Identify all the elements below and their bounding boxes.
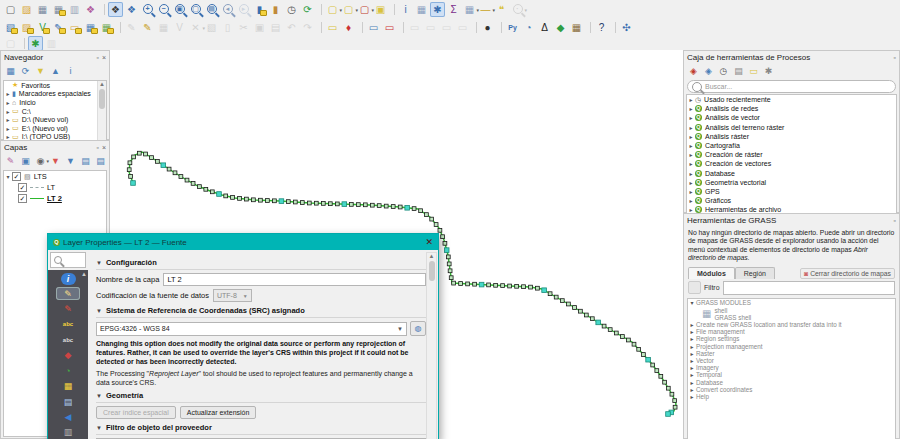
browser-item[interactable]: ★Favoritos — [4, 81, 106, 90]
vertex-marker[interactable] — [307, 201, 311, 205]
vertex-marker[interactable] — [508, 284, 512, 288]
dialog-close-icon[interactable]: ✕ — [425, 237, 433, 247]
vertex-marker[interactable] — [447, 262, 451, 266]
grass-module-group[interactable]: ▸Raster — [688, 350, 895, 357]
browser-item[interactable]: ▸▮Marcadores espaciales — [4, 90, 106, 99]
vertex-marker[interactable] — [321, 202, 325, 206]
geometry-checker-icon[interactable]: ◆ — [553, 20, 568, 35]
vertex-marker[interactable] — [430, 217, 434, 221]
vertex-marker[interactable] — [663, 380, 667, 384]
expand-arrow-icon[interactable]: ▸ — [688, 379, 696, 386]
tab-labels[interactable]: abc — [56, 318, 80, 331]
section-geometry[interactable]: ▼Geometría — [96, 391, 426, 403]
expand-arrow-icon[interactable]: ▸ — [688, 393, 696, 400]
expand-arrow-icon[interactable]: ▸ — [688, 350, 696, 357]
vertex-marker[interactable] — [259, 198, 263, 202]
new-project-icon[interactable]: ▢ — [3, 2, 18, 17]
plugin-head-gear-icon[interactable]: ◔ — [521, 20, 536, 35]
close-mapset-button[interactable]: ◙ Cerrar directorio de mapas — [800, 268, 895, 279]
vertex-marker-selected[interactable] — [161, 163, 166, 168]
dialog-tabs-scroll-up-icon[interactable]: ▲ — [81, 271, 87, 277]
processing-settings-icon[interactable]: ✱ — [762, 65, 775, 78]
expand-arrow-icon[interactable]: ▾ — [4, 173, 12, 180]
vertex-marker[interactable] — [370, 203, 374, 207]
expand-arrow-icon[interactable]: ▸ — [687, 197, 695, 204]
vertex-marker[interactable] — [515, 284, 519, 288]
expand-arrow-icon[interactable]: ▸ — [4, 99, 12, 106]
model-designer-icon[interactable]: ◈ — [687, 65, 700, 78]
tab-joins[interactable]: ◀ — [56, 410, 80, 423]
grass-filter-input[interactable] — [723, 281, 895, 295]
layer-row[interactable]: ✓LT — [4, 182, 106, 193]
expand-arrow-icon[interactable]: ▸ — [4, 125, 12, 132]
vertex-marker[interactable] — [651, 363, 655, 367]
expand-arrow-icon[interactable]: ▸ — [687, 124, 695, 131]
vertex-marker[interactable] — [632, 342, 636, 346]
crs-select[interactable]: EPSG:4326 - WGS 84▼ — [96, 322, 407, 336]
vertex-marker[interactable] — [286, 200, 290, 204]
pan-map-icon[interactable]: ❖ — [108, 2, 123, 17]
vertex-marker[interactable] — [384, 204, 388, 208]
vertex-marker[interactable] — [536, 286, 540, 290]
layer-diagram-icon[interactable]: ♦ — [341, 20, 356, 35]
layer-name-input[interactable] — [163, 273, 426, 286]
browser-item[interactable]: ▸▭D:\ (Nuevo vol) — [4, 115, 106, 124]
processing-group[interactable]: ▸QGráficos — [687, 196, 896, 205]
vertex-marker[interactable] — [144, 152, 148, 156]
vertex-marker[interactable] — [666, 386, 670, 390]
vertex-marker[interactable] — [590, 317, 594, 321]
add-line-tool-icon[interactable]: ✎ — [51, 20, 66, 35]
vertex-marker-selected[interactable] — [444, 248, 449, 253]
zoom-last-icon[interactable]: ◂ — [220, 2, 235, 17]
vertex-marker[interactable] — [548, 292, 552, 296]
style-manager-icon[interactable]: ❖ — [83, 2, 98, 17]
collapse-all-icon[interactable]: ▲ — [49, 65, 62, 78]
zoom-full-icon[interactable]: ▣ — [172, 2, 187, 17]
expand-arrow-icon[interactable]: ▸ — [687, 114, 695, 121]
layers-close-icon[interactable]: × — [102, 143, 106, 152]
vertex-marker[interactable] — [335, 202, 339, 206]
vertex-marker-selected[interactable] — [646, 357, 651, 362]
zoom-to-selection-icon[interactable]: ▢ — [188, 2, 203, 17]
browser-float-icon[interactable]: ▫ — [96, 53, 98, 62]
browser-refresh-icon[interactable]: ⟳ — [19, 65, 32, 78]
pan-to-selection-icon[interactable]: ❖ — [124, 2, 139, 17]
raster-tools-icon[interactable]: ▦ — [569, 20, 584, 35]
show-layout-manager-icon[interactable]: ▥ — [67, 2, 82, 17]
vertex-marker-selected[interactable] — [405, 206, 410, 211]
vertex-marker[interactable] — [377, 204, 381, 208]
vertex-marker[interactable] — [363, 203, 367, 207]
grass-module-group[interactable]: ▸Region settings — [688, 335, 895, 342]
vertex-marker[interactable] — [452, 281, 456, 285]
add-selected-layers-icon[interactable]: ▦ — [4, 65, 17, 78]
expand-arrow-icon[interactable]: ▸ — [687, 133, 695, 140]
show-spatial-bookmarks-icon[interactable]: ▮ — [268, 2, 283, 17]
expand-arrow-icon[interactable]: ▸ — [688, 371, 696, 378]
processing-group[interactable]: ▸QGPS — [687, 187, 896, 196]
add-raster-layer-icon[interactable]: ▦ — [83, 20, 98, 35]
vertex-marker[interactable] — [621, 335, 625, 339]
expand-arrow-icon[interactable]: ▾ — [688, 299, 696, 306]
vertex-marker[interactable] — [449, 276, 453, 280]
vertex-marker[interactable] — [614, 331, 618, 335]
vertex-marker[interactable] — [185, 178, 189, 182]
tab-auxiliary-storage[interactable]: ▥ — [56, 426, 80, 439]
vertex-marker[interactable] — [438, 228, 442, 232]
grass-module-group[interactable]: ▸Temporal — [688, 371, 895, 378]
vertex-marker[interactable] — [398, 205, 402, 209]
vertex-marker[interactable] — [441, 235, 445, 239]
browser-scrollbar[interactable]: ▲ — [97, 81, 106, 141]
processing-group[interactable]: ▸QCreación de ráster — [687, 150, 896, 159]
open-layer-styling-icon[interactable]: ✎ — [4, 155, 17, 168]
group-checkbox[interactable]: ✓ — [12, 172, 21, 181]
vertex-marker[interactable] — [179, 175, 183, 179]
update-extents-button[interactable]: Actualizar extensión — [180, 406, 257, 419]
vertex-marker[interactable] — [670, 392, 674, 396]
processing-group[interactable]: ▸QCreación de vectores — [687, 159, 896, 168]
vertex-marker[interactable] — [132, 155, 136, 159]
vertex-marker[interactable] — [608, 328, 612, 332]
vertex-marker[interactable] — [554, 295, 558, 299]
vertex-marker[interactable] — [473, 282, 477, 286]
help-contents-icon[interactable]: ? — [594, 20, 609, 35]
statistics-summary-icon[interactable]: Σ — [446, 2, 461, 17]
